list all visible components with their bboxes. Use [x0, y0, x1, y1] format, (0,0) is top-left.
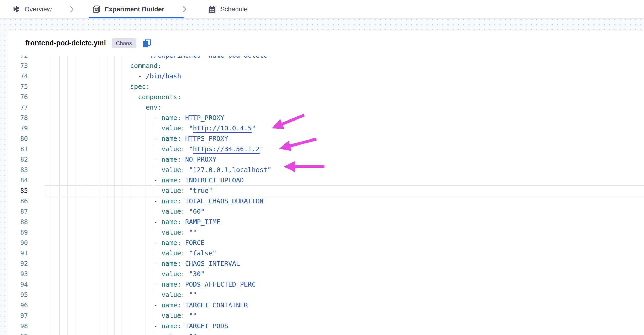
experiment-builder-icon	[92, 5, 100, 13]
code-line[interactable]: 87 value: "60"	[8, 206, 644, 217]
code-line[interactable]: 94 - name: PODS_AFFECTED_PERC	[8, 279, 644, 290]
chevron-right-icon	[182, 6, 187, 13]
line-number: 78	[8, 113, 28, 123]
code-line[interactable]: 88 - name: RAMP_TIME	[8, 217, 644, 227]
line-number: 96	[8, 300, 28, 311]
active-tab-underline	[89, 17, 184, 18]
code-line[interactable]: 83 value: "127.0.0.1,localhost"	[8, 165, 644, 175]
code-line[interactable]: 90 - name: FORCE	[8, 238, 644, 248]
code-line[interactable]: 98 - name: TARGET_PODS	[8, 321, 644, 331]
nav-item-label: Overview	[24, 5, 52, 13]
line-number: 99	[8, 331, 28, 335]
code-line[interactable]: 93 value: "30"	[8, 269, 644, 279]
code-line[interactable]: 96 - name: TARGET_CONTAINER	[8, 300, 644, 311]
line-number: 91	[8, 248, 28, 258]
line-number: 74	[8, 71, 28, 81]
line-number: 87	[8, 206, 28, 217]
card-header: frontend-pod-delete.yml Chaos	[8, 30, 644, 56]
breadcrumb: Overview Experiment Builder	[0, 0, 644, 19]
line-number: 97	[8, 311, 28, 321]
code-line[interactable]: 78 - name: HTTP_PROXY	[8, 113, 644, 123]
line-number: 81	[8, 144, 28, 154]
code-line[interactable]: 92 - name: CHAOS_INTERVAL	[8, 258, 644, 269]
line-number: 88	[8, 217, 28, 227]
line-number: 98	[8, 321, 28, 331]
code-line[interactable]: 73 command:	[8, 61, 644, 71]
active-indent-guide	[154, 186, 154, 196]
copy-icon	[142, 39, 152, 48]
line-number: 94	[8, 279, 28, 290]
line-number: 77	[8, 102, 28, 113]
line-number: 90	[8, 238, 28, 248]
code-line[interactable]: 74 - /bin/bash	[8, 71, 644, 81]
nav-item-overview[interactable]: Overview	[12, 5, 52, 13]
code-line[interactable]: 86 - name: TOTAL_CHAOS_DURATION	[8, 196, 644, 206]
code-line[interactable]: 99 value: ""	[8, 331, 644, 335]
line-number: 79	[8, 123, 28, 134]
code-line[interactable]: 77 env:	[8, 102, 644, 113]
line-number: 73	[8, 61, 28, 71]
nav-item-label: Experiment Builder	[105, 5, 164, 13]
nav-item-label: Schedule	[220, 5, 247, 13]
chaos-badge: Chaos	[112, 38, 136, 48]
line-number: 89	[8, 227, 28, 238]
code-line[interactable]: 79 value: "http://10.0.4.5"	[8, 123, 644, 134]
code-line[interactable]: 85 value: "true"	[8, 186, 644, 196]
line-number: 92	[8, 258, 28, 269]
code-line[interactable]: 97 value: ""	[8, 311, 644, 321]
chevron-right-icon	[70, 6, 74, 13]
code-line[interactable]: 82 - name: NO_PROXY	[8, 154, 644, 165]
line-number: 86	[8, 196, 28, 206]
yaml-card: frontend-pod-delete.yml Chaos 72 ./exper…	[8, 30, 644, 335]
chaos-scenario-icon	[12, 5, 20, 13]
line-number: 75	[8, 81, 28, 92]
line-number: 85	[8, 186, 28, 196]
code-line[interactable]: 75 spec:	[8, 81, 644, 92]
line-number: 76	[8, 92, 28, 102]
yaml-editor[interactable]: 72 ./experiments -name pod-delete73 comm…	[8, 56, 644, 335]
app-viewport: Overview Experiment Builder	[0, 0, 644, 335]
code-line[interactable]: 81 value: "https://34.56.1.2"	[8, 144, 644, 154]
line-number: 83	[8, 165, 28, 175]
copy-button[interactable]	[142, 38, 152, 48]
code-line[interactable]: 84 - name: INDIRECT_UPLOAD	[8, 175, 644, 186]
calendar-icon	[208, 5, 216, 13]
file-title: frontend-pod-delete.yml	[25, 39, 106, 47]
code-line[interactable]: 89 value: ""	[8, 227, 644, 238]
line-number: 72	[8, 56, 28, 61]
code-lines: 72 ./experiments -name pod-delete73 comm…	[8, 56, 644, 335]
line-number: 84	[8, 175, 28, 186]
line-number: 93	[8, 269, 28, 279]
code-line[interactable]: 95 value: ""	[8, 290, 644, 300]
line-number: 80	[8, 134, 28, 144]
line-number: 95	[8, 290, 28, 300]
code-line[interactable]: 72 ./experiments -name pod-delete	[8, 56, 644, 61]
code-line[interactable]: 91 value: "false"	[8, 248, 644, 258]
nav-item-experiment-builder[interactable]: Experiment Builder	[92, 5, 164, 13]
code-line[interactable]: 80 - name: HTTPS_PROXY	[8, 134, 644, 144]
line-number: 82	[8, 154, 28, 165]
dotted-canvas: frontend-pod-delete.yml Chaos 72 ./exper…	[0, 19, 644, 335]
nav-item-schedule[interactable]: Schedule	[208, 5, 247, 13]
code-line[interactable]: 76 components:	[8, 92, 644, 102]
